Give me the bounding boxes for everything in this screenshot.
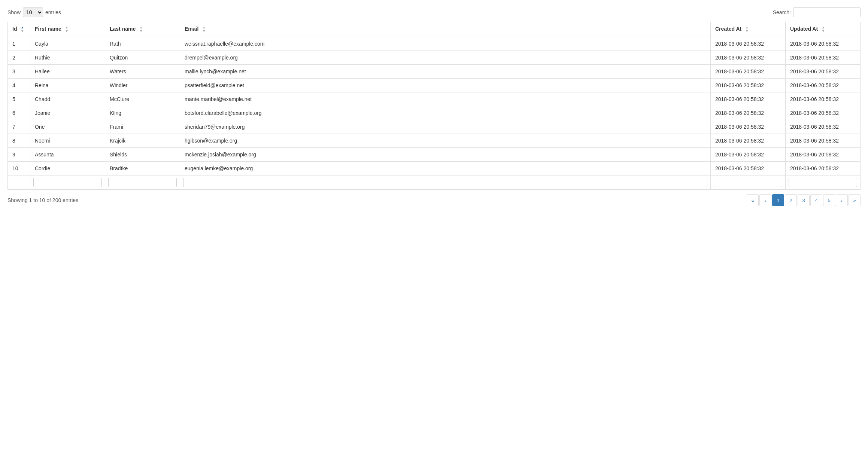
sort-down-icon: ▼ — [822, 30, 825, 33]
cell-firstname: Joanie — [30, 106, 105, 120]
sort-icons-created: ▲ ▼ — [745, 26, 749, 33]
cell-lastname: Frami — [105, 120, 180, 134]
cell-firstname: Noemi — [30, 134, 105, 148]
entries-label: entries — [45, 9, 61, 15]
sort-down-icon: ▼ — [21, 30, 24, 33]
cell-firstname: Assunta — [30, 148, 105, 162]
pagination-page-3-button[interactable]: 3 — [798, 194, 810, 206]
cell-updated_at: 2018-03-06 20:58:32 — [786, 134, 861, 148]
col-header-email[interactable]: Email ▲ ▼ — [180, 22, 711, 37]
pagination-next-button[interactable]: › — [836, 194, 848, 206]
cell-lastname: Rath — [105, 37, 180, 51]
table-row: 5ChaddMcCluremante.maribel@example.net20… — [8, 92, 861, 106]
cell-created_at: 2018-03-06 20:58:32 — [711, 51, 786, 65]
pagination-page-2-button[interactable]: 2 — [785, 194, 797, 206]
cell-updated_at: 2018-03-06 20:58:32 — [786, 106, 861, 120]
cell-lastname: Kling — [105, 106, 180, 120]
show-label: Show — [7, 9, 21, 15]
cell-id: 3 — [8, 65, 30, 79]
col-header-id[interactable]: Id ▲ ▼ — [8, 22, 30, 37]
cell-created_at: 2018-03-06 20:58:32 — [711, 162, 786, 175]
sort-icons-lastname: ▲ ▼ — [139, 26, 143, 33]
col-header-created[interactable]: Created At ▲ ▼ — [711, 22, 786, 37]
sort-down-icon: ▼ — [139, 30, 143, 33]
cell-firstname: Cayla — [30, 37, 105, 51]
cell-id: 2 — [8, 51, 30, 65]
filter-lastname-input[interactable] — [108, 178, 177, 187]
cell-email: sheridan79@example.org — [180, 120, 711, 134]
cell-email: mante.maribel@example.net — [180, 92, 711, 106]
filter-created-cell — [711, 175, 786, 190]
sort-up-icon: ▲ — [202, 26, 206, 29]
cell-lastname: Krajcik — [105, 134, 180, 148]
cell-updated_at: 2018-03-06 20:58:32 — [786, 65, 861, 79]
top-controls: Show 10 25 50 100 entries Search: — [7, 7, 861, 17]
filter-email-input[interactable] — [183, 178, 707, 187]
cell-id: 7 — [8, 120, 30, 134]
entries-select[interactable]: 10 25 50 100 — [23, 7, 43, 17]
cell-created_at: 2018-03-06 20:58:32 — [711, 120, 786, 134]
cell-email: weissnat.raphaelle@example.com — [180, 37, 711, 51]
pagination-page-1-button[interactable]: 1 — [772, 194, 784, 206]
cell-id: 6 — [8, 106, 30, 120]
cell-email: mckenzie.josiah@example.org — [180, 148, 711, 162]
cell-updated_at: 2018-03-06 20:58:32 — [786, 51, 861, 65]
filter-updated-cell — [786, 175, 861, 190]
cell-email: psatterfield@example.net — [180, 79, 711, 92]
filter-created-input[interactable] — [714, 178, 782, 187]
cell-updated_at: 2018-03-06 20:58:32 — [786, 92, 861, 106]
cell-lastname: Shields — [105, 148, 180, 162]
cell-updated_at: 2018-03-06 20:58:32 — [786, 37, 861, 51]
sort-up-icon: ▲ — [822, 26, 825, 29]
col-header-lastname[interactable]: Last name ▲ ▼ — [105, 22, 180, 37]
sort-icons-id: ▲ ▼ — [21, 26, 24, 33]
cell-lastname: Bradtke — [105, 162, 180, 175]
sort-icons-firstname: ▲ ▼ — [65, 26, 69, 33]
table-row: 8NoemiKrajcikhgibson@example.org2018-03-… — [8, 134, 861, 148]
sort-up-icon: ▲ — [65, 26, 69, 29]
search-control: Search: — [773, 7, 861, 17]
data-table: Id ▲ ▼ First name ▲ ▼ Last name ▲ ▼ — [7, 22, 861, 190]
col-header-firstname[interactable]: First name ▲ ▼ — [30, 22, 105, 37]
pagination-page-4-button[interactable]: 4 — [810, 194, 822, 206]
table-body: 1CaylaRathweissnat.raphaelle@example.com… — [8, 37, 861, 175]
pagination-last-button[interactable]: » — [849, 194, 861, 206]
filter-updated-input[interactable] — [789, 178, 857, 187]
sort-icons-email: ▲ ▼ — [202, 26, 206, 33]
show-entries-control: Show 10 25 50 100 entries — [7, 7, 61, 17]
table-row: 3HaileeWatersmallie.lynch@example.net201… — [8, 65, 861, 79]
cell-id: 9 — [8, 148, 30, 162]
sort-up-icon: ▲ — [745, 26, 749, 29]
table-row: 4ReinaWindlerpsatterfield@example.net201… — [8, 79, 861, 92]
table-row: 1CaylaRathweissnat.raphaelle@example.com… — [8, 37, 861, 51]
search-input[interactable] — [793, 7, 861, 17]
cell-firstname: Orie — [30, 120, 105, 134]
cell-email: botsford.clarabelle@example.org — [180, 106, 711, 120]
pagination: « ‹ 1 2 3 4 5 › » — [747, 194, 861, 206]
cell-id: 1 — [8, 37, 30, 51]
filter-firstname-input[interactable] — [33, 178, 102, 187]
filter-id-cell — [8, 175, 30, 190]
cell-firstname: Reina — [30, 79, 105, 92]
table-row: 7OrieFramisheridan79@example.org2018-03-… — [8, 120, 861, 134]
bottom-controls: Showing 1 to 10 of 200 entries « ‹ 1 2 3… — [7, 194, 861, 206]
cell-updated_at: 2018-03-06 20:58:32 — [786, 79, 861, 92]
cell-lastname: Windler — [105, 79, 180, 92]
cell-created_at: 2018-03-06 20:58:32 — [711, 134, 786, 148]
cell-firstname: Cordie — [30, 162, 105, 175]
cell-lastname: McClure — [105, 92, 180, 106]
sort-icons-updated: ▲ ▼ — [822, 26, 825, 33]
col-header-updated[interactable]: Updated At ▲ ▼ — [786, 22, 861, 37]
cell-created_at: 2018-03-06 20:58:32 — [711, 92, 786, 106]
cell-created_at: 2018-03-06 20:58:32 — [711, 37, 786, 51]
cell-updated_at: 2018-03-06 20:58:32 — [786, 162, 861, 175]
pagination-first-button[interactable]: « — [747, 194, 759, 206]
pagination-page-5-button[interactable]: 5 — [823, 194, 835, 206]
cell-created_at: 2018-03-06 20:58:32 — [711, 148, 786, 162]
pagination-prev-button[interactable]: ‹ — [759, 194, 771, 206]
sort-down-icon: ▼ — [65, 30, 69, 33]
cell-email: hgibson@example.org — [180, 134, 711, 148]
cell-updated_at: 2018-03-06 20:58:32 — [786, 120, 861, 134]
cell-firstname: Ruthie — [30, 51, 105, 65]
cell-id: 10 — [8, 162, 30, 175]
